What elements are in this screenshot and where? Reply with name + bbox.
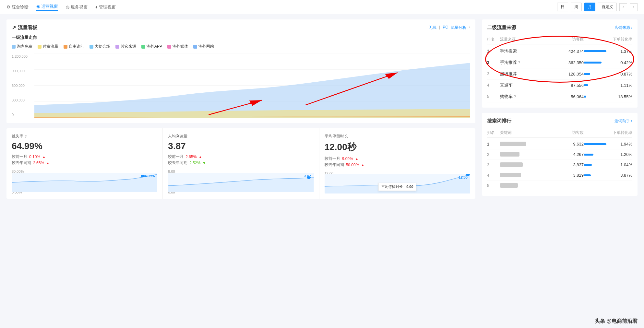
source-row-1: 1 手淘搜索 424,374 1.37% — [487, 46, 632, 57]
traffic-board-title: ↗ 流量看板 — [12, 25, 37, 31]
source5-help[interactable]: ? — [514, 95, 516, 99]
time-filter: 日 周 月 自定义 ‹ › — [557, 3, 638, 11]
legend-dot-dazhu — [89, 45, 93, 49]
metrics-row: 跳失率 ? 64.99% 较前一月 0.10% ▲ 较去年同期 2.65% ▲ — [6, 128, 475, 199]
search-bar-2 — [584, 154, 606, 156]
top-navigation: ⚙ 综合诊断 ◉ 运营视窗 ◎ 服务视窗 ♦ 管理视窗 日 周 月 自定义 ‹ … — [0, 0, 644, 14]
wireless-link[interactable]: 无线 — [429, 25, 436, 30]
operations-icon: ◉ — [36, 4, 40, 9]
legend-paid: 付费流量 — [38, 44, 58, 49]
col-rate-header: 下单转化率 — [606, 37, 632, 42]
bounce-rate-value: 64.99% — [12, 141, 157, 151]
search-visitors-4: 3,829 — [558, 173, 584, 178]
search-rate-1: 1.94% — [606, 142, 632, 146]
search-rank-4: 4 — [487, 173, 500, 178]
avg-stay-chart: 平均停留时长 9.00 12.00 — [325, 174, 470, 193]
avg-stay-title: 平均停留时长 — [325, 134, 470, 139]
avg-stay-prev-row: 较前一月 9.09% ▲ — [325, 156, 470, 161]
search-kw-1: ████████ — [500, 142, 558, 146]
secondary-sources-table-header: 排名 流量来源 访客数 下单转化率 — [487, 35, 632, 44]
legend-media: 淘外媒体 — [167, 44, 188, 49]
month-button[interactable]: 月 — [584, 3, 595, 11]
right-panel: 二级流量来源 店铺来源 › 排名 流量来源 访客数 下单转化率 1 手淘搜索 4… — [482, 19, 638, 199]
left-panel: ↗ 流量看板 无线 | PC 流量分析 › 一级流量走向 淘内免费 — [6, 19, 475, 199]
search-visitors-1: 9,632 — [558, 142, 584, 146]
source-row-3: 3 超级推荐 128,054 0.87% — [487, 68, 632, 80]
search-col-keyword-header: 关键词 — [500, 130, 558, 135]
bar-4 — [584, 84, 606, 86]
avg-stay-year-arrow: ▲ — [361, 163, 364, 167]
legend-other: 其它来源 — [115, 44, 136, 49]
search-kw-5: █████ — [500, 183, 558, 188]
rank-2: 2 — [487, 60, 500, 65]
prev-arrow[interactable]: ‹ — [619, 3, 627, 11]
next-arrow[interactable]: › — [630, 3, 638, 11]
rank-5: 5 — [487, 94, 500, 99]
source-name-1: 手淘搜索 — [500, 48, 558, 54]
col-rank-header: 排名 — [487, 37, 500, 42]
diagnosis-icon: ⚙ — [6, 5, 10, 9]
source-name-4: 直通车 — [500, 82, 558, 88]
legend-taonei: 淘内免费 — [12, 44, 32, 49]
traffic-board-header: ↗ 流量看板 无线 | PC 流量分析 › — [12, 25, 470, 31]
search-kw-4: ██████ — [500, 173, 558, 178]
search-rank-header: 搜索词排行 选词助手 › — [487, 118, 632, 124]
legend-dot-web — [193, 45, 197, 49]
search-rate-3: 1.04% — [606, 162, 632, 167]
source2-help[interactable]: ? — [518, 61, 520, 64]
day-button[interactable]: 日 — [557, 3, 568, 11]
search-kw-2: ██████ — [500, 152, 558, 157]
legend-dot-taonei — [12, 45, 16, 49]
visitors-5: 56,064 — [558, 94, 584, 99]
rate-2: 0.42% — [606, 60, 632, 65]
traffic-board: ↗ 流量看板 无线 | PC 流量分析 › 一级流量走向 淘内免费 — [6, 19, 475, 123]
nav-item-服务视窗[interactable]: ◎ 服务视窗 — [66, 4, 88, 10]
visitors-4: 87,556 — [558, 83, 584, 88]
chart-icon: ↗ — [12, 25, 16, 31]
search-visitors-2: 4,267 — [558, 152, 584, 157]
bounce-rate-help[interactable]: ? — [25, 135, 27, 138]
search-bar-1 — [584, 143, 606, 145]
custom-button[interactable]: 自定义 — [598, 3, 617, 11]
legend-app: 淘外APP — [141, 44, 162, 49]
legend-dot-self — [64, 45, 67, 49]
source-name-2: 手淘推荐 ? — [500, 60, 558, 65]
store-source-link[interactable]: 店铺来源 › — [614, 25, 632, 30]
legend-dot-media — [167, 45, 171, 49]
main-chart — [34, 53, 470, 118]
source-row-5: 5 购物车 ? 56,064 18.55% — [487, 91, 632, 102]
bounce-year-arrow: ▲ — [46, 161, 50, 165]
legend-dazhu: 大促会场 — [89, 44, 110, 49]
search-rate-4: 3.87% — [606, 173, 632, 178]
avg-stay-prev-arrow: ▲ — [355, 157, 359, 161]
chart-legend: 淘内免费 付费流量 自主访问 大促会场 其它来源 — [12, 44, 470, 49]
visitors-2: 362,350 — [558, 60, 584, 65]
legend-dot-paid — [38, 45, 42, 49]
y-axis: 1,200,000 900,000 600,000 300,000 0 — [12, 53, 34, 118]
week-button[interactable]: 周 — [571, 3, 582, 11]
bounce-rate-chart: 64.99% — [12, 173, 157, 192]
rank-1: 1 — [487, 49, 500, 53]
avg-browse-value: 3.87 — [168, 141, 314, 151]
col-visitors-header: 访客数 — [558, 37, 584, 42]
analysis-link[interactable]: 流量分析 — [451, 25, 466, 30]
source-row-4: 4 直通车 87,556 1.11% — [487, 80, 632, 91]
bounce-prev-row: 较前一月 0.10% ▲ — [12, 154, 157, 159]
search-rank-3: 3 — [487, 163, 500, 167]
source-name-3: 超级推荐 — [500, 71, 558, 77]
avg-browse-year-arrow: ▼ — [202, 161, 206, 165]
legend-web: 淘外网站 — [193, 44, 214, 49]
word-helper-link[interactable]: 选词助手 › — [614, 118, 632, 124]
col-source-header: 流量来源 — [500, 37, 558, 42]
avg-browse-compare: 较前一月 2.65% ▲ 较去年同期 2.52% ▼ — [168, 154, 314, 166]
search-rank-table-header: 排名 关键词 访客数 下单转化率 — [487, 128, 632, 138]
nav-item-综合诊断[interactable]: ⚙ 综合诊断 — [6, 4, 29, 10]
bounce-mini-chart — [12, 173, 157, 192]
pc-link[interactable]: PC — [443, 25, 448, 30]
nav-item-管理视窗[interactable]: ♦ 管理视窗 — [95, 4, 116, 10]
search-col-rate-header: 下单转化率 — [606, 130, 632, 135]
arrow-right-icon: › — [469, 25, 470, 30]
nav-item-运营视窗[interactable]: ◉ 运营视窗 — [36, 4, 58, 11]
search-col-rank-header: 排名 — [487, 130, 500, 135]
bounce-rate-title: 跳失率 ? — [12, 134, 157, 139]
